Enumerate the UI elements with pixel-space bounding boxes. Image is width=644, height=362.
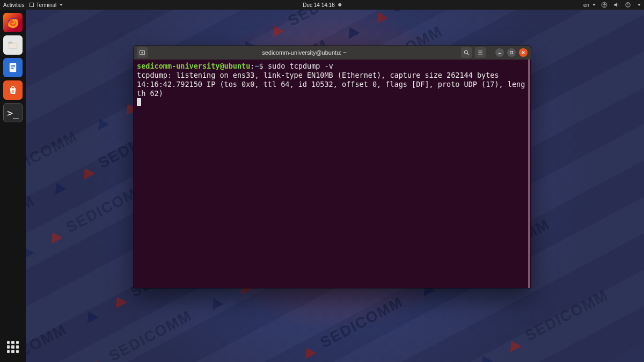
system-menu-chevron-icon[interactable] <box>638 4 641 6</box>
show-applications-button[interactable] <box>3 337 23 357</box>
maximize-button[interactable] <box>507 48 516 57</box>
search-button[interactable] <box>461 47 472 58</box>
minimize-button[interactable] <box>495 48 504 57</box>
terminal-output-line: tcpdump: listening on ens33, link-type E… <box>137 71 528 80</box>
lang-label: en <box>583 2 589 8</box>
svg-point-1 <box>604 3 605 4</box>
app-menu-label: Terminal <box>36 2 56 8</box>
svg-rect-8 <box>10 63 16 72</box>
power-svg-icon <box>625 2 631 8</box>
prompt-user: sedicomm-university@ubuntu <box>137 62 250 70</box>
new-tab-button[interactable] <box>137 47 148 58</box>
app-menu-button[interactable]: Terminal <box>30 2 63 8</box>
terminal-window: sedicomm-university@ubuntu: ~ sedicomm-u… <box>134 46 531 288</box>
terminal-line-prompt: sedicomm-university@ubuntu:~$ sudo tcpdu… <box>137 62 528 71</box>
accessibility-svg-icon <box>601 2 608 8</box>
dock-firefox[interactable] <box>3 13 23 32</box>
volume-icon[interactable] <box>613 2 619 8</box>
prompt-path: ~ <box>254 62 259 70</box>
terminal-cursor <box>137 98 141 106</box>
entered-command: sudo tcpdump -v <box>268 62 333 70</box>
dock: A >_ <box>0 10 26 362</box>
hamburger-icon <box>477 49 484 56</box>
accessibility-icon[interactable] <box>601 2 608 8</box>
svg-rect-10 <box>11 67 15 67</box>
svg-rect-11 <box>11 68 14 69</box>
power-icon[interactable] <box>625 2 631 8</box>
shopping-bag-icon: A <box>7 84 19 96</box>
close-icon <box>521 50 525 55</box>
gnome-top-bar: Activities Terminal Dec 14 14:16 en <box>0 0 644 10</box>
terminal-scrollbar[interactable] <box>528 60 530 288</box>
speaker-icon <box>613 2 619 8</box>
chevron-down-icon <box>592 4 596 6</box>
folder-icon <box>7 39 19 51</box>
svg-text:A: A <box>12 90 14 93</box>
new-tab-icon <box>139 49 145 56</box>
notification-dot-icon <box>338 3 341 6</box>
apps-grid-icon <box>7 341 19 353</box>
svg-rect-22 <box>510 51 513 54</box>
svg-point-16 <box>464 50 467 54</box>
dock-writer[interactable] <box>3 58 23 77</box>
terminal-output-line: 14:16:42.792150 IP (tos 0x0, ttl 64, id … <box>137 80 528 98</box>
terminal-title: sedicomm-university@ubuntu: ~ <box>151 49 458 56</box>
prompt-dollar: $ <box>259 62 264 70</box>
terminal-titlebar[interactable]: sedicomm-university@ubuntu: ~ <box>134 46 531 60</box>
dock-files[interactable] <box>3 35 23 55</box>
close-button[interactable] <box>519 48 528 57</box>
search-icon <box>463 49 470 56</box>
firefox-icon <box>6 16 20 29</box>
svg-line-17 <box>467 54 469 55</box>
clock-label[interactable]: Dec 14 14:16 <box>303 2 335 8</box>
hamburger-menu-button[interactable] <box>475 47 486 58</box>
maximize-icon <box>509 50 514 55</box>
svg-rect-9 <box>11 65 15 65</box>
input-source-button[interactable]: en <box>583 2 596 8</box>
chevron-down-icon <box>60 4 63 6</box>
terminal-app-icon <box>30 3 34 7</box>
dock-software[interactable]: A <box>3 80 23 100</box>
svg-rect-7 <box>9 43 17 48</box>
dock-terminal[interactable]: >_ <box>3 103 23 122</box>
terminal-viewport[interactable]: sedicomm-university@ubuntu:~$ sudo tcpdu… <box>134 60 531 288</box>
minimize-icon <box>497 50 502 55</box>
document-icon <box>7 62 19 73</box>
activities-button[interactable]: Activities <box>3 2 24 8</box>
